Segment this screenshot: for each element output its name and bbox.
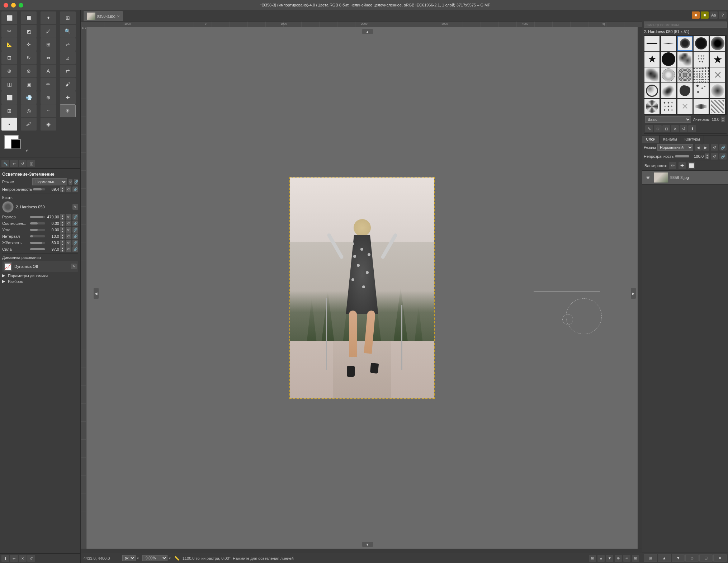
- size-reset[interactable]: ↺: [66, 214, 71, 220]
- horizontal-scrollbar[interactable]: [81, 549, 642, 553]
- brush-cell-splat1[interactable]: [661, 83, 676, 98]
- layers-opacity-up[interactable]: ▲: [705, 153, 709, 156]
- status-icon-4[interactable]: ⊕: [615, 555, 622, 562]
- opacity-down[interactable]: ▼: [60, 189, 65, 192]
- brush-copy-btn[interactable]: ⊕: [654, 125, 662, 132]
- interval-chain[interactable]: 🔗: [72, 233, 78, 239]
- opacity-slider[interactable]: [33, 188, 45, 190]
- align-tool[interactable]: ⊞: [41, 38, 56, 51]
- interval-spin-down[interactable]: ▼: [721, 119, 725, 122]
- brush-cell-noise1[interactable]: [694, 67, 709, 82]
- move-tool[interactable]: ✛: [21, 38, 37, 51]
- scatter-row[interactable]: ▶ Разброс: [2, 279, 78, 284]
- brush-cell-large[interactable]: [710, 36, 725, 51]
- dodge-burn-tool[interactable]: ☀: [60, 104, 76, 117]
- angle-reset[interactable]: ↺: [66, 227, 71, 233]
- scale-tool[interactable]: ⇔: [41, 51, 56, 64]
- close-button[interactable]: [4, 3, 8, 8]
- brush-cell-ring1[interactable]: [644, 83, 660, 98]
- rectangle-select-tool[interactable]: ⬜: [1, 11, 17, 24]
- undo-tab[interactable]: ↩: [10, 160, 18, 167]
- layer-add-btn[interactable]: ⊞: [644, 554, 657, 562]
- foreground-select-tool[interactable]: ◩: [21, 25, 37, 38]
- interval-down[interactable]: ▼: [60, 236, 65, 239]
- smudge-tool[interactable]: ~: [41, 104, 56, 117]
- mybrush-tool[interactable]: ◉: [41, 118, 56, 131]
- layer-visibility-btn[interactable]: 👁: [644, 174, 652, 181]
- zoom-dropdown[interactable]: 9.09%: [142, 555, 167, 561]
- layers-mode-next[interactable]: ▶: [702, 144, 709, 151]
- size-down[interactable]: ▼: [60, 217, 65, 220]
- status-icon-2[interactable]: ▲: [597, 555, 605, 562]
- brush-cell-smear1[interactable]: [694, 99, 709, 114]
- brush-refresh-btn[interactable]: ↺: [680, 125, 687, 132]
- clone-tool[interactable]: ⊕: [41, 91, 56, 104]
- perspective-clone-tool[interactable]: ⊞: [1, 104, 17, 117]
- blend-tool[interactable]: ▣: [21, 78, 37, 91]
- hardness-slider[interactable]: [30, 242, 45, 244]
- channels-tab[interactable]: Каналы: [660, 136, 681, 143]
- brush-cell-scatter2[interactable]: [694, 83, 709, 98]
- images-tab[interactable]: ◫: [27, 160, 35, 167]
- layer-delete-btn[interactable]: ✕: [713, 554, 727, 562]
- tool-options-tab[interactable]: 🔧: [1, 160, 9, 167]
- brush-cell-softline[interactable]: [661, 36, 676, 51]
- status-icon-3[interactable]: ▼: [606, 555, 613, 562]
- brush-cell-star3[interactable]: ✦ ✦ ✦+ ✦ +✦ ✦ ✦: [661, 99, 676, 114]
- ink-tool[interactable]: 🖋: [21, 118, 37, 131]
- layers-opacity-reset[interactable]: ↺: [711, 153, 718, 160]
- force-reset[interactable]: ↺: [66, 246, 71, 252]
- brush-cell-soft1[interactable]: [710, 83, 725, 98]
- scroll-left[interactable]: ◀: [94, 288, 99, 299]
- ratio-down[interactable]: ▼: [60, 223, 65, 226]
- scroll-right[interactable]: ▶: [631, 288, 636, 299]
- status-icon-5[interactable]: ↩: [623, 555, 630, 562]
- rotate-tool[interactable]: ↻: [21, 51, 37, 64]
- brush-import-btn[interactable]: ⬆: [688, 125, 696, 132]
- dynamics-params-row[interactable]: ▶ Параметры динамики: [2, 273, 78, 278]
- toolbox-settings-btn[interactable]: ⬆: [1, 555, 9, 562]
- layers-mode-chain[interactable]: 🔗: [719, 144, 727, 151]
- layers-opacity-down[interactable]: ▼: [705, 156, 709, 159]
- shear-tool[interactable]: ⊿: [60, 51, 76, 64]
- size-chain[interactable]: 🔗: [72, 214, 78, 220]
- right-help-btn[interactable]: ?: [719, 11, 727, 19]
- toolbox-clear-btn[interactable]: ✕: [19, 555, 27, 562]
- scroll-down[interactable]: ▼: [362, 542, 373, 547]
- tab-close-btn[interactable]: ✕: [117, 14, 120, 18]
- brush-cell-grunge2[interactable]: [710, 99, 725, 114]
- hardness-reset[interactable]: ↺: [66, 240, 71, 246]
- angle-up[interactable]: ▲: [60, 227, 65, 230]
- force-up[interactable]: ▲: [60, 246, 65, 249]
- brush-cell-star2[interactable]: ★: [710, 52, 725, 67]
- angle-chain[interactable]: 🔗: [72, 227, 78, 233]
- image-tab[interactable]: 9358-3.jpg ✕: [84, 11, 123, 21]
- eraser-tool[interactable]: ⬜: [1, 91, 17, 104]
- opacity-reset[interactable]: ↺: [66, 186, 71, 192]
- dynamics-edit-btn[interactable]: ✎: [71, 264, 77, 269]
- paintbrush-tool[interactable]: 🖌: [60, 78, 76, 91]
- paths-tool[interactable]: 🖊: [41, 25, 56, 38]
- lock-alpha-btn[interactable]: ⬜: [688, 162, 695, 169]
- brush-cell-texture1[interactable]: [677, 67, 692, 82]
- layer-move-up-btn[interactable]: ▲: [658, 554, 671, 562]
- opacity-chain[interactable]: 🔗: [72, 186, 78, 192]
- crop-tool[interactable]: ⊡: [1, 51, 17, 64]
- brush-edit-btn[interactable]: ✎: [72, 204, 78, 210]
- select-by-color-tool[interactable]: ⊞: [60, 11, 76, 24]
- brush-cell-cross2[interactable]: ✕: [677, 99, 692, 114]
- hardness-up[interactable]: ▲: [60, 240, 65, 243]
- force-down[interactable]: ▼: [60, 249, 65, 252]
- force-slider[interactable]: [30, 248, 45, 250]
- flip-tool[interactable]: ⇄: [60, 65, 76, 77]
- blur-sharpen-tool[interactable]: ◎: [21, 104, 37, 117]
- zoom-tool[interactable]: 🔍: [60, 25, 76, 38]
- brush-cell-hardblack[interactable]: [661, 52, 676, 67]
- scissors-tool[interactable]: ✂: [1, 25, 17, 38]
- mode-chain-btn[interactable]: 🔗: [74, 179, 78, 185]
- minimize-button[interactable]: [11, 3, 16, 8]
- status-icon-1[interactable]: ⊞: [589, 555, 596, 562]
- brush-cell-blob1[interactable]: [677, 83, 692, 98]
- brush-cell-hard75[interactable]: [694, 36, 709, 51]
- measure-tool[interactable]: 📐: [1, 38, 17, 51]
